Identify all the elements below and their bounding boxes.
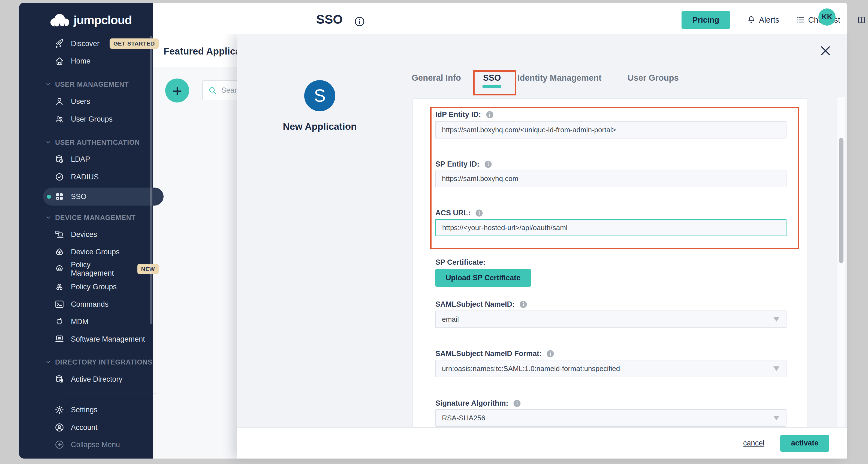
pricing-button[interactable]: Pricing — [682, 11, 730, 29]
user-icon — [55, 96, 64, 106]
sidebar-item-policy-management[interactable]: Policy Management NEW — [43, 260, 163, 278]
sidebar-item-software-management[interactable]: Software Management — [43, 331, 163, 348]
sidebar-item-label: Device Groups — [71, 248, 120, 256]
info-icon[interactable] — [519, 300, 528, 309]
signature-algorithm-select[interactable]: RSA-SHA256 — [435, 409, 786, 427]
sidebar-item-label: Active Directory — [71, 375, 122, 383]
sidebar-item-label: Collapse Menu — [71, 440, 120, 449]
sidebar-item-active-directory[interactable]: Active Directory — [43, 370, 163, 388]
user-avatar[interactable]: KK — [818, 8, 836, 26]
nameid-label-row: SAMLSubject NameID: — [435, 300, 528, 309]
sidebar-item-label: MDM — [71, 318, 88, 326]
info-icon[interactable] — [475, 209, 483, 217]
sidebar-item-label: Settings — [71, 406, 98, 414]
add-application-button[interactable]: + — [165, 79, 189, 102]
featured-applications-title: Featured Applica — [163, 46, 241, 57]
modal-scrollbar-thumb[interactable] — [839, 138, 843, 263]
sidebar-item-label: Software Management — [71, 335, 145, 343]
signature-algorithm-label: Signature Algorithm: — [435, 399, 508, 408]
application-name: New Application — [249, 121, 390, 132]
info-circle-icon[interactable] — [354, 16, 365, 27]
sidebar-item-label: LDAP — [71, 155, 90, 163]
resources-button[interactable]: Resources — [857, 16, 868, 25]
sidebar-item-label: Account — [71, 423, 98, 432]
section-user-authentication[interactable]: USER AUTHENTICATION — [45, 137, 162, 148]
nameid-format-label-row: SAMLSubject NameID Format: — [435, 349, 555, 358]
book-icon — [857, 16, 866, 24]
sidebar-item-label: Policy Groups — [71, 283, 117, 291]
close-icon[interactable] — [819, 44, 832, 57]
chevron-down-icon — [45, 359, 51, 365]
jumpcloud-logo[interactable]: jumpcloud — [49, 12, 132, 28]
sidebar-item-sso[interactable]: SSO — [43, 188, 163, 206]
samlsubject-nameid-select[interactable]: email — [435, 311, 786, 328]
section-title: DIRECTORY INTEGRATIONS — [55, 358, 152, 366]
tab-general-info[interactable]: General Info — [412, 73, 461, 83]
gear-icon — [55, 405, 64, 415]
info-icon[interactable] — [484, 160, 492, 168]
sidebar-item-label: Home — [71, 57, 91, 65]
selected-value: email — [442, 315, 459, 323]
sidebar-item-radius[interactable]: RADIUS — [43, 168, 163, 186]
sidebar-item-account[interactable]: Account — [43, 419, 163, 436]
sidebar-scrollbar[interactable] — [150, 36, 152, 324]
sidebar-item-label: SSO — [71, 192, 86, 201]
info-icon[interactable] — [513, 399, 521, 408]
activate-button[interactable]: activate — [780, 435, 829, 452]
apple-icon — [55, 317, 64, 327]
section-device-management[interactable]: DEVICE MANAGEMENT — [45, 212, 162, 223]
tab-user-groups[interactable]: User Groups — [627, 73, 679, 83]
dropdown-caret-icon — [773, 317, 779, 322]
sidebar-item-label: User Groups — [71, 115, 113, 123]
sp-entity-id-input[interactable] — [435, 170, 786, 187]
sidebar-item-policy-groups[interactable]: Policy Groups — [43, 278, 163, 296]
tab-sso[interactable]: SSO — [483, 73, 501, 83]
sidebar-item-collapse-menu[interactable]: Collapse Menu — [43, 436, 163, 453]
tab-identity-management[interactable]: Identity Management — [518, 73, 601, 83]
checklist-icon — [796, 16, 805, 24]
sidebar-item-label: Users — [71, 97, 90, 106]
sidebar-item-device-groups[interactable]: Device Groups — [43, 243, 163, 260]
sidebar-item-mdm[interactable]: MDM — [43, 313, 163, 331]
acs-url-input[interactable] — [435, 219, 786, 236]
sidebar-item-devices[interactable]: Devices — [43, 226, 163, 243]
chevron-down-icon — [45, 139, 51, 145]
samlsubject-nameid-format-select[interactable]: urn:oasis:names:tc:SAML:1.0:nameid-forma… — [435, 360, 786, 377]
sp-entity-id-label-row: SP Entity ID: — [435, 160, 492, 168]
upload-sp-certificate-button[interactable]: Upload SP Certificate — [435, 269, 531, 287]
home-icon — [55, 56, 64, 66]
signature-algorithm-label-row: Signature Algorithm: — [435, 399, 521, 408]
policy-gear-icon — [55, 264, 64, 274]
active-indicator-dot — [47, 195, 51, 199]
user-group-icon — [55, 114, 64, 124]
sidebar-item-ldap[interactable]: LDAP — [43, 151, 163, 168]
acs-url-label-row: ACS URL: — [435, 209, 483, 217]
section-directory-integrations[interactable]: DIRECTORY INTEGRATIONS — [45, 357, 162, 368]
new-application-modal: S New Application General Info SSO Ident… — [237, 34, 847, 459]
alerts-button[interactable]: Alerts — [747, 16, 779, 25]
samlsubject-nameid-label: SAMLSubject NameID: — [435, 300, 515, 309]
idp-entity-id-input[interactable] — [435, 121, 786, 138]
sidebar-item-label: Devices — [71, 230, 97, 239]
info-icon[interactable] — [546, 349, 555, 358]
section-user-management[interactable]: USER MANAGEMENT — [45, 79, 162, 90]
acs-url-label: ACS URL: — [435, 209, 470, 217]
policy-groups-icon — [55, 282, 64, 292]
sidebar-item-settings[interactable]: Settings — [43, 401, 163, 419]
sidebar-item-label: Commands — [71, 300, 108, 309]
terminal-icon — [55, 299, 64, 309]
collapse-arrow-icon — [55, 440, 64, 450]
sidebar-item-users[interactable]: Users — [43, 93, 163, 110]
idp-entity-id-label: IdP Entity ID: — [435, 111, 481, 119]
cancel-link[interactable]: cancel — [743, 439, 765, 447]
chevron-down-icon — [45, 81, 51, 87]
sidebar-item-discover[interactable]: Discover GET STARTED — [43, 35, 163, 52]
page-title: SSO — [316, 12, 343, 27]
sp-certificate-label: SP Certificate: — [435, 258, 486, 267]
info-icon[interactable] — [486, 111, 494, 119]
sidebar-item-commands[interactable]: Commands — [43, 296, 163, 313]
active-directory-icon — [55, 374, 64, 384]
sidebar-item-user-groups[interactable]: User Groups — [43, 111, 163, 128]
sp-certificate-label-row: SP Certificate: — [435, 258, 486, 267]
sidebar-item-home[interactable]: Home — [43, 52, 163, 70]
